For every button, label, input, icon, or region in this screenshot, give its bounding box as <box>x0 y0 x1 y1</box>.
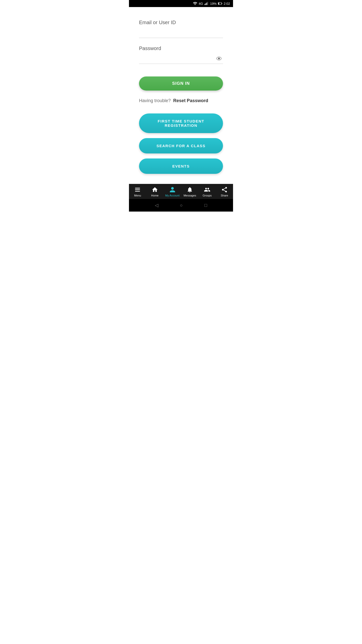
nav-item-groups[interactable]: Groups <box>200 186 214 197</box>
email-input-wrapper <box>139 28 223 38</box>
nav-item-messages[interactable]: Messages <box>183 186 197 197</box>
nav-item-my-account[interactable]: My Account <box>165 186 179 197</box>
nav-label-groups: Groups <box>203 194 212 197</box>
status-bar: 4G 19% 2:02 <box>129 0 233 7</box>
nav-label-menu: Menu <box>134 194 141 197</box>
search-class-button[interactable]: SEARCH FOR A CLASS <box>139 138 223 153</box>
svg-rect-0 <box>204 4 205 5</box>
nav-item-menu[interactable]: Menu <box>131 186 145 197</box>
nav-label-home: Home <box>151 194 158 197</box>
svg-rect-10 <box>135 189 140 190</box>
svg-rect-11 <box>135 191 140 192</box>
password-field-group: Password <box>139 46 223 64</box>
signin-button[interactable]: SIGN IN <box>139 76 223 91</box>
password-label: Password <box>139 46 223 51</box>
svg-rect-6 <box>218 3 219 5</box>
main-content: Email or User ID Password SIGN IN Having… <box>129 7 233 184</box>
svg-rect-9 <box>135 188 140 188</box>
wifi-icon <box>193 1 197 6</box>
battery-percent: 19% <box>210 2 217 6</box>
svg-point-8 <box>218 58 220 59</box>
trouble-text: Having trouble? <box>139 98 171 103</box>
nav-label-my-account: My Account <box>165 194 179 197</box>
android-home-button[interactable]: ○ <box>180 203 183 208</box>
share-icon <box>221 186 228 193</box>
password-input-wrapper <box>139 54 223 64</box>
toggle-password-icon[interactable] <box>216 56 222 62</box>
android-nav-bar: ◁ ○ □ <box>129 199 233 212</box>
svg-rect-2 <box>206 3 207 5</box>
email-field-group: Email or User ID <box>139 20 223 38</box>
home-icon <box>152 186 158 193</box>
menu-icon <box>134 186 141 193</box>
trouble-row: Having trouble? Reset Password <box>139 98 223 103</box>
battery-icon <box>218 1 222 6</box>
person-icon <box>169 186 176 193</box>
email-input[interactable] <box>139 28 223 36</box>
signal-icon <box>204 1 209 6</box>
svg-rect-1 <box>205 3 206 5</box>
events-button[interactable]: EVENTS <box>139 158 223 174</box>
registration-button[interactable]: FIRST TIME STUDENT REGISTRATION <box>139 113 223 133</box>
password-input[interactable] <box>139 54 223 62</box>
android-recent-button[interactable]: □ <box>204 203 207 208</box>
bell-icon <box>187 186 193 193</box>
svg-rect-5 <box>222 3 222 4</box>
group-icon <box>204 186 210 193</box>
nav-item-share[interactable]: Share <box>217 186 231 197</box>
nav-label-share: Share <box>221 194 228 197</box>
bottom-nav: Menu Home My Account Messages Groups Sha… <box>129 184 233 199</box>
time-display: 2:02 <box>224 2 230 6</box>
email-label: Email or User ID <box>139 20 223 25</box>
nav-item-home[interactable]: Home <box>148 186 162 197</box>
network-indicator: 4G <box>199 2 203 6</box>
svg-rect-3 <box>207 2 208 5</box>
android-back-button[interactable]: ◁ <box>155 203 158 208</box>
nav-label-messages: Messages <box>184 194 196 197</box>
reset-password-link[interactable]: Reset Password <box>173 98 208 103</box>
